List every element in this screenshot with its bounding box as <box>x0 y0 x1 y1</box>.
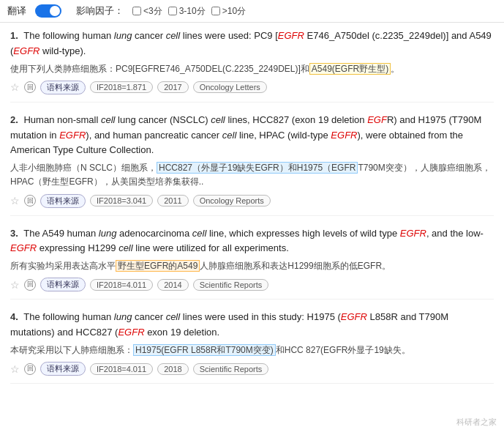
if-tag-2: IF2018=3.041 <box>90 195 153 207</box>
source-tag-1[interactable]: 语料来源 <box>40 81 86 94</box>
result-3-zh: 所有实验均采用表达高水平野生型EGFR的A549人肺腺癌细胞系和表达H1299细… <box>10 259 494 273</box>
translate-label: 翻译 <box>7 4 26 18</box>
filter-3to10-checkbox[interactable] <box>168 7 177 15</box>
results-container: 1. The following human lung cancer cell … <box>0 23 504 400</box>
source-tag-3[interactable]: 语料来源 <box>40 278 86 291</box>
result-1-number: 1. <box>10 29 18 44</box>
star-3[interactable]: ☆ <box>10 279 20 291</box>
lung-3: lung <box>99 228 117 239</box>
filter-group: <3分 3-10分 >10分 <box>132 5 246 18</box>
result-4-zh: 本研究采用以下人肺癌细胞系：H1975(EGFR L858R和T790M突变)和… <box>10 343 494 357</box>
egfr-3a: EGFR <box>400 228 426 239</box>
result-item-3: 3. The A549 human lung adenocarcinoma ce… <box>10 226 494 300</box>
cell-2b: cell <box>211 114 225 125</box>
year-tag-4: 2018 <box>157 363 188 375</box>
highlight-2: HCC827（外显子19缺失EGFR）和H1975（EGFR <box>157 162 358 174</box>
result-4-number: 4. <box>10 310 18 325</box>
result-2-number: 2. <box>10 113 18 128</box>
result-2-en: 2. Human non-small cell lung cancer (NSC… <box>10 113 494 158</box>
year-tag-1: 2017 <box>157 81 188 93</box>
result-3-en: 3. The A549 human lung adenocarcinoma ce… <box>10 226 494 257</box>
egfr-3b: EGFR <box>10 242 37 253</box>
result-3-meta: ☆ 回 语料来源 IF2018=4.011 2014 Scientific Re… <box>10 278 494 291</box>
journal-tag-2: Oncology Reports <box>193 195 271 207</box>
result-1-en: 1. The following human lung cancer cell … <box>10 29 494 59</box>
cell-2a: cell <box>101 114 116 125</box>
egfr-1b: EGFR <box>13 45 40 56</box>
translate-toggle[interactable] <box>35 4 61 18</box>
filter-3to10-label: 3-10分 <box>179 5 206 18</box>
influence-label: 影响因子： <box>76 4 124 18</box>
source-tag-2[interactable]: 语料来源 <box>40 194 86 208</box>
cell-4a: cell <box>166 311 181 322</box>
egfr-1a: EGFR <box>278 30 304 41</box>
if-tag-1: IF2018=1.871 <box>90 81 153 93</box>
result-4-en: 4. The following human lung cancer cell … <box>10 310 494 341</box>
journal-tag-4: Scientific Reports <box>193 363 269 375</box>
result-item-4: 4. The following human lung cancer cell … <box>10 310 494 384</box>
filter-gt10[interactable]: >10分 <box>211 5 246 18</box>
highlight-3: 野生型EGFR的A549 <box>116 260 200 272</box>
highlight-4: H1975(EGFR L858R和T790M突变) <box>133 344 276 356</box>
result-1-meta: ☆ 回 语料来源 IF2018=1.871 2017 Oncology Lett… <box>10 81 494 94</box>
if-tag-3: IF2018=4.011 <box>90 279 153 291</box>
year-tag-2: 2011 <box>157 195 188 207</box>
result-2-zh: 人非小细胞肺癌（N SCLC）细胞系，HCC827（外显子19缺失EGFR）和H… <box>10 161 494 189</box>
filter-gt10-checkbox[interactable] <box>211 7 220 15</box>
toolbar: 翻译 影响因子： <3分 3-10分 >10分 <box>0 0 504 23</box>
circle-4[interactable]: 回 <box>24 363 36 375</box>
star-1[interactable]: ☆ <box>10 81 20 93</box>
filter-3to10[interactable]: 3-10分 <box>168 5 206 18</box>
filter-gt10-label: >10分 <box>222 5 246 18</box>
circle-2[interactable]: 回 <box>24 195 36 207</box>
result-3-number: 3. <box>10 226 18 242</box>
lung-4: lung <box>114 311 132 322</box>
lung-1: lung <box>114 30 132 41</box>
watermark: 科研者之家 <box>456 417 497 428</box>
result-2-meta: ☆ 回 语料来源 IF2018=3.041 2011 Oncology Repo… <box>10 194 494 208</box>
result-item-1: 1. The following human lung cancer cell … <box>10 29 494 103</box>
cell-2c: cell <box>222 130 237 141</box>
cell-3a: cell <box>192 228 207 239</box>
journal-tag-1: Oncology Letters <box>193 81 267 93</box>
highlight-1: A549(EGFR野生型) <box>309 63 391 75</box>
egfr-2b: EGFR <box>59 130 86 141</box>
result-4-meta: ☆ 回 语料来源 IF2018=4.011 2018 Scientific Re… <box>10 362 494 376</box>
cell-1: cell <box>166 30 181 41</box>
egfr-4b: EGFR <box>118 327 144 338</box>
filter-lt3-label: <3分 <box>143 5 162 18</box>
result-item-2: 2. Human non-small cell lung cancer (NSC… <box>10 113 494 216</box>
if-tag-4: IF2018=4.011 <box>90 363 153 375</box>
result-1-zh: 使用下列人类肺癌细胞系：PC9[EGFRE746_A750DEL(C.2235_… <box>10 62 494 76</box>
filter-lt3[interactable]: <3分 <box>132 5 162 18</box>
filter-lt3-checkbox[interactable] <box>132 7 141 15</box>
year-tag-3: 2014 <box>157 279 188 291</box>
egfr-4a: EGFR <box>341 311 367 322</box>
circle-1[interactable]: 回 <box>24 81 36 93</box>
star-4[interactable]: ☆ <box>10 363 20 375</box>
egfr-2c: EGFR <box>331 130 357 141</box>
journal-tag-3: Scientific Reports <box>193 279 269 291</box>
circle-3[interactable]: 回 <box>24 279 36 291</box>
egfr-2a: EGF <box>367 114 387 125</box>
cell-3b: cell <box>119 242 133 253</box>
source-tag-4[interactable]: 语料来源 <box>40 362 86 376</box>
star-2[interactable]: ☆ <box>10 195 20 207</box>
